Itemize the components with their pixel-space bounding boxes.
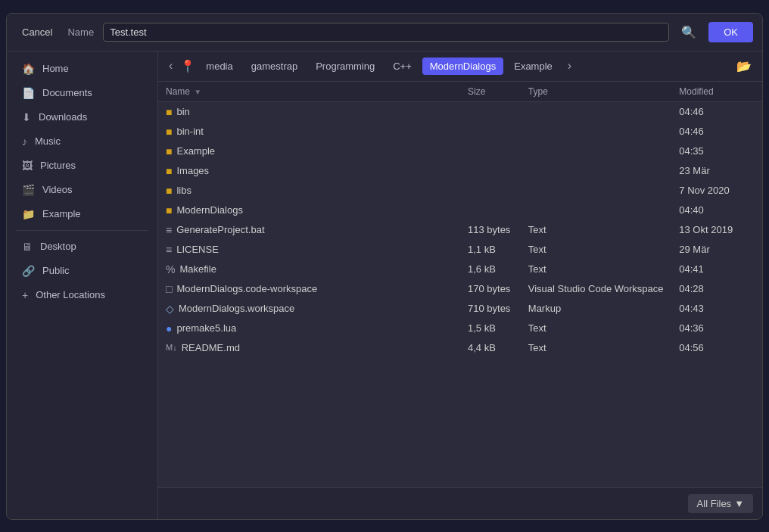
file-icon: % — [166, 263, 175, 275]
file-size: 710 bytes — [460, 299, 521, 319]
file-name: premake5.lua — [176, 322, 236, 334]
table-row[interactable]: ■ libs 7 Nov 2020 — [158, 181, 762, 201]
file-type: Text — [521, 260, 672, 279]
table-row[interactable]: M↓ README.md 4,4 kB Text 04:56 — [158, 338, 762, 357]
table-row[interactable]: ■ bin 04:46 — [158, 101, 762, 122]
search-button[interactable]: 🔍 — [678, 22, 699, 42]
file-modified: 04:46 — [671, 122, 762, 142]
col-name[interactable]: Name ▼ — [158, 82, 460, 102]
table-row[interactable]: ≡ LICENSE 1,1 kB Text 29 Mär — [158, 240, 762, 260]
file-type: Text — [521, 220, 672, 240]
cancel-button[interactable]: Cancel — [16, 23, 58, 41]
table-row[interactable]: ■ ModernDialogs 04:40 — [158, 201, 762, 220]
file-size — [460, 142, 521, 161]
file-type — [521, 161, 672, 181]
breadcrumb: ‹ 📍 mediagamestrapProgrammingC++ModernDi… — [158, 51, 762, 82]
file-name-cell: ◇ ModernDialogs.workspace — [158, 299, 460, 319]
file-name-cell: ■ libs — [158, 181, 460, 201]
breadcrumb-item-example[interactable]: Example — [506, 58, 560, 75]
file-type — [521, 142, 672, 161]
file-icon: ◇ — [166, 303, 174, 315]
videos-icon: 🎬 — [22, 184, 35, 196]
sidebar-item-public[interactable]: 🔗Public — [10, 260, 154, 282]
breadcrumb-item-moderndialogs[interactable]: ModernDialogs — [422, 58, 503, 75]
new-folder-button[interactable]: 📂 — [732, 56, 756, 76]
sidebar-item-other-locations[interactable]: +Other Locations — [10, 284, 154, 306]
folder-icon: ■ — [166, 126, 172, 138]
other-locations-icon: + — [22, 289, 28, 301]
table-row[interactable]: ◇ ModernDialogs.workspace 710 bytes Mark… — [158, 299, 762, 319]
filter-label: All Files — [697, 498, 732, 509]
documents-icon: 📄 — [22, 87, 35, 99]
music-icon: ♪ — [22, 135, 27, 148]
col-modified[interactable]: Modified — [671, 82, 762, 102]
file-size: 1,1 kB — [460, 240, 521, 260]
file-modified: 04:35 — [671, 142, 762, 161]
sidebar: 🏠Home📄Documents⬇Downloads♪Music🖼Pictures… — [7, 51, 158, 519]
sidebar-item-home[interactable]: 🏠Home — [10, 58, 154, 80]
table-row[interactable]: ■ Example 04:35 — [158, 142, 762, 161]
sidebar-item-desktop[interactable]: 🖥Desktop — [10, 235, 154, 258]
breadcrumb-item-gamestrap[interactable]: gamestrap — [244, 58, 305, 75]
desktop-icon: 🖥 — [22, 241, 33, 253]
public-icon: 🔗 — [22, 265, 35, 277]
breadcrumb-item-c++[interactable]: C++ — [385, 58, 419, 75]
table-row[interactable]: ≡ GenerateProject.bat 113 bytes Text 13 … — [158, 220, 762, 240]
content-area: ‹ 📍 mediagamestrapProgrammingC++ModernDi… — [158, 51, 762, 519]
file-icon: M↓ — [166, 343, 177, 352]
file-modified: 29 Mär — [671, 240, 762, 260]
dialog-header: Cancel Name 🔍 OK — [7, 14, 762, 51]
file-name: Makefile — [179, 263, 216, 275]
sidebar-item-downloads[interactable]: ⬇Downloads — [10, 106, 154, 129]
file-name-cell: ■ bin-int — [158, 122, 460, 142]
file-name-cell: % Makefile — [158, 260, 460, 279]
table-row[interactable]: ■ Images 23 Mär — [158, 161, 762, 181]
file-modified: 04:56 — [671, 338, 762, 357]
filter-button[interactable]: All Files ▼ — [688, 494, 753, 513]
sidebar-item-pictures[interactable]: 🖼Pictures — [10, 154, 154, 177]
filename-input[interactable] — [103, 23, 669, 42]
table-row[interactable]: ■ bin-int 04:46 — [158, 122, 762, 142]
sidebar-item-label: Desktop — [40, 241, 76, 252]
file-name: ModernDialogs.code-workspace — [176, 283, 317, 294]
breadcrumb-item-media[interactable]: media — [198, 58, 240, 75]
file-name: bin — [176, 106, 189, 117]
file-type — [521, 122, 672, 142]
sidebar-item-documents[interactable]: 📄Documents — [10, 82, 154, 104]
table-row[interactable]: ● premake5.lua 1,5 kB Text 04:36 — [158, 319, 762, 338]
table-row[interactable]: □ ModernDialogs.code-workspace 170 bytes… — [158, 279, 762, 299]
table-row[interactable]: % Makefile 1,6 kB Text 04:41 — [158, 260, 762, 279]
file-type — [521, 181, 672, 201]
file-table-header: Name ▼ Size Type Modified — [158, 82, 762, 102]
file-name-cell: ■ bin — [158, 101, 460, 122]
sidebar-divider — [16, 230, 148, 231]
file-name: Example — [176, 145, 215, 157]
file-name: bin-int — [176, 126, 203, 137]
col-type[interactable]: Type — [521, 82, 672, 102]
breadcrumb-item-programming[interactable]: Programming — [308, 58, 382, 75]
sidebar-item-example[interactable]: 📁Example — [10, 203, 154, 226]
sidebar-item-label: Public — [42, 265, 69, 276]
breadcrumb-back-button[interactable]: ‹ — [164, 56, 177, 76]
breadcrumb-more-button[interactable]: › — [563, 56, 576, 76]
file-name: README.md — [182, 342, 240, 353]
folder-icon: ■ — [166, 145, 172, 157]
folder-icon: ■ — [166, 204, 172, 216]
ok-button[interactable]: OK — [708, 22, 753, 42]
file-size — [460, 122, 521, 142]
dialog-footer: All Files ▼ — [158, 487, 762, 519]
col-size[interactable]: Size — [460, 82, 521, 102]
file-name: libs — [176, 185, 191, 196]
file-modified: 04:43 — [671, 299, 762, 319]
file-name-cell: ■ Images — [158, 161, 460, 181]
sidebar-item-videos[interactable]: 🎬Videos — [10, 179, 154, 201]
sidebar-item-label: Home — [42, 63, 69, 74]
name-label: Name — [67, 26, 94, 38]
file-name: GenerateProject.bat — [176, 224, 264, 235]
sidebar-item-music[interactable]: ♪Music — [10, 130, 154, 153]
file-modified: 04:28 — [671, 279, 762, 299]
home-icon: 🏠 — [22, 63, 35, 75]
file-type: Visual Studio Code Workspace — [521, 279, 672, 299]
file-size: 1,5 kB — [460, 319, 521, 338]
file-modified: 23 Mär — [671, 161, 762, 181]
